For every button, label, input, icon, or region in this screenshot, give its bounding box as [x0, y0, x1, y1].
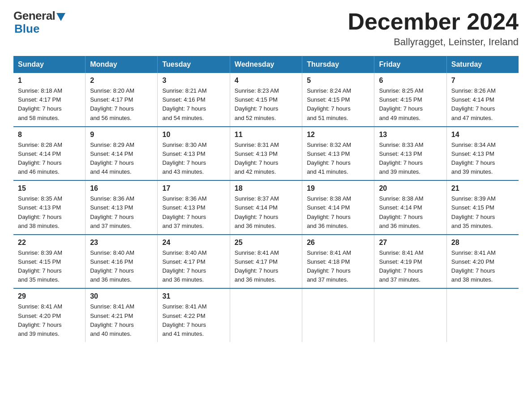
day-number: 28 — [451, 239, 514, 247]
day-number: 12 — [307, 131, 369, 139]
calendar-cell: 18Sunrise: 8:37 AM Sunset: 4:14 PM Dayli… — [230, 180, 302, 235]
day-number: 23 — [90, 239, 153, 247]
day-info: Sunrise: 8:41 AM Sunset: 4:17 PM Dayligh… — [235, 248, 297, 285]
calendar-cell: 3Sunrise: 8:21 AM Sunset: 4:16 PM Daylig… — [158, 73, 230, 127]
calendar-cell: 25Sunrise: 8:41 AM Sunset: 4:17 PM Dayli… — [230, 235, 302, 289]
day-info: Sunrise: 8:34 AM Sunset: 4:13 PM Dayligh… — [451, 141, 514, 177]
day-number: 20 — [379, 184, 442, 193]
day-number: 24 — [162, 239, 225, 247]
day-number: 10 — [162, 131, 225, 139]
calendar-week-row: 29Sunrise: 8:41 AM Sunset: 4:20 PM Dayli… — [13, 288, 519, 342]
day-info: Sunrise: 8:41 AM Sunset: 4:20 PM Dayligh… — [18, 302, 81, 338]
day-info: Sunrise: 8:20 AM Sunset: 4:17 PM Dayligh… — [90, 86, 153, 123]
day-number: 27 — [379, 239, 442, 247]
weekday-header: Sunday — [13, 56, 86, 73]
calendar-cell — [446, 288, 519, 342]
calendar-cell: 8Sunrise: 8:28 AM Sunset: 4:14 PM Daylig… — [13, 127, 86, 181]
calendar-cell: 26Sunrise: 8:41 AM Sunset: 4:18 PM Dayli… — [302, 235, 374, 289]
weekday-header: Friday — [374, 56, 446, 73]
day-info: Sunrise: 8:37 AM Sunset: 4:14 PM Dayligh… — [235, 194, 297, 231]
day-number: 14 — [451, 131, 514, 139]
day-number: 17 — [162, 184, 225, 193]
day-number: 6 — [379, 77, 442, 85]
calendar-cell: 10Sunrise: 8:30 AM Sunset: 4:13 PM Dayli… — [158, 127, 230, 181]
day-info: Sunrise: 8:40 AM Sunset: 4:17 PM Dayligh… — [162, 248, 225, 285]
calendar-cell: 2Sunrise: 8:20 AM Sunset: 4:17 PM Daylig… — [86, 73, 158, 127]
weekday-header: Thursday — [302, 56, 374, 73]
day-info: Sunrise: 8:36 AM Sunset: 4:13 PM Dayligh… — [162, 194, 225, 231]
day-info: Sunrise: 8:25 AM Sunset: 4:15 PM Dayligh… — [379, 86, 442, 123]
day-info: Sunrise: 8:41 AM Sunset: 4:18 PM Dayligh… — [307, 248, 369, 285]
page-header: General Blue December 2024 Ballyragget, … — [13, 9, 519, 48]
logo-arrow-icon — [56, 13, 65, 21]
calendar-cell: 23Sunrise: 8:40 AM Sunset: 4:16 PM Dayli… — [86, 235, 158, 289]
day-number: 11 — [235, 131, 297, 139]
logo-blue-text: Blue — [14, 22, 39, 36]
calendar-cell: 4Sunrise: 8:23 AM Sunset: 4:15 PM Daylig… — [230, 73, 302, 127]
day-info: Sunrise: 8:32 AM Sunset: 4:13 PM Dayligh… — [307, 141, 369, 177]
title-block: December 2024 Ballyragget, Leinster, Ire… — [348, 9, 519, 48]
day-info: Sunrise: 8:39 AM Sunset: 4:15 PM Dayligh… — [18, 248, 81, 285]
weekday-header: Wednesday — [230, 56, 302, 73]
day-number: 19 — [307, 184, 369, 193]
calendar-cell: 16Sunrise: 8:36 AM Sunset: 4:13 PM Dayli… — [86, 180, 158, 235]
day-info: Sunrise: 8:29 AM Sunset: 4:14 PM Dayligh… — [90, 141, 153, 177]
day-info: Sunrise: 8:21 AM Sunset: 4:16 PM Dayligh… — [162, 86, 225, 123]
day-number: 15 — [18, 184, 81, 193]
day-number: 7 — [451, 77, 514, 85]
day-info: Sunrise: 8:33 AM Sunset: 4:13 PM Dayligh… — [379, 141, 442, 177]
calendar-cell: 30Sunrise: 8:41 AM Sunset: 4:21 PM Dayli… — [86, 288, 158, 342]
day-number: 13 — [379, 131, 442, 139]
weekday-header: Saturday — [446, 56, 519, 73]
day-info: Sunrise: 8:41 AM Sunset: 4:22 PM Dayligh… — [162, 302, 225, 338]
weekday-header: Monday — [86, 56, 158, 73]
day-info: Sunrise: 8:30 AM Sunset: 4:13 PM Dayligh… — [162, 141, 225, 177]
day-number: 1 — [18, 77, 81, 85]
calendar-cell: 12Sunrise: 8:32 AM Sunset: 4:13 PM Dayli… — [302, 127, 374, 181]
day-info: Sunrise: 8:40 AM Sunset: 4:16 PM Dayligh… — [90, 248, 153, 285]
day-info: Sunrise: 8:23 AM Sunset: 4:15 PM Dayligh… — [235, 86, 297, 123]
day-number: 2 — [90, 77, 153, 85]
day-info: Sunrise: 8:28 AM Sunset: 4:14 PM Dayligh… — [18, 141, 81, 177]
day-number: 4 — [235, 77, 297, 85]
calendar-cell — [374, 288, 446, 342]
day-number: 3 — [162, 77, 225, 85]
calendar-cell: 1Sunrise: 8:18 AM Sunset: 4:17 PM Daylig… — [13, 73, 86, 127]
day-number: 18 — [235, 184, 297, 193]
calendar-cell: 17Sunrise: 8:36 AM Sunset: 4:13 PM Dayli… — [158, 180, 230, 235]
day-info: Sunrise: 8:36 AM Sunset: 4:13 PM Dayligh… — [90, 194, 153, 231]
day-info: Sunrise: 8:39 AM Sunset: 4:15 PM Dayligh… — [451, 194, 514, 231]
calendar-cell: 20Sunrise: 8:38 AM Sunset: 4:14 PM Dayli… — [374, 180, 446, 235]
day-info: Sunrise: 8:38 AM Sunset: 4:14 PM Dayligh… — [307, 194, 369, 231]
day-info: Sunrise: 8:41 AM Sunset: 4:20 PM Dayligh… — [451, 248, 514, 285]
calendar-cell: 15Sunrise: 8:35 AM Sunset: 4:13 PM Dayli… — [13, 180, 86, 235]
day-info: Sunrise: 8:41 AM Sunset: 4:19 PM Dayligh… — [379, 248, 442, 285]
logo: General Blue — [13, 9, 65, 36]
day-number: 5 — [307, 77, 369, 85]
day-number: 25 — [235, 239, 297, 247]
calendar-week-row: 8Sunrise: 8:28 AM Sunset: 4:14 PM Daylig… — [13, 127, 519, 181]
calendar-week-row: 15Sunrise: 8:35 AM Sunset: 4:13 PM Dayli… — [13, 180, 519, 235]
day-number: 21 — [451, 184, 514, 193]
calendar-cell: 13Sunrise: 8:33 AM Sunset: 4:13 PM Dayli… — [374, 127, 446, 181]
main-title: December 2024 — [348, 9, 519, 34]
weekday-header: Tuesday — [158, 56, 230, 73]
calendar-cell: 29Sunrise: 8:41 AM Sunset: 4:20 PM Dayli… — [13, 288, 86, 342]
day-info: Sunrise: 8:24 AM Sunset: 4:15 PM Dayligh… — [307, 86, 369, 123]
day-info: Sunrise: 8:26 AM Sunset: 4:14 PM Dayligh… — [451, 86, 514, 123]
calendar-cell: 31Sunrise: 8:41 AM Sunset: 4:22 PM Dayli… — [158, 288, 230, 342]
calendar-cell: 24Sunrise: 8:40 AM Sunset: 4:17 PM Dayli… — [158, 235, 230, 289]
calendar-header-row: SundayMondayTuesdayWednesdayThursdayFrid… — [13, 56, 519, 73]
calendar-cell: 21Sunrise: 8:39 AM Sunset: 4:15 PM Dayli… — [446, 180, 519, 235]
calendar-cell: 11Sunrise: 8:31 AM Sunset: 4:13 PM Dayli… — [230, 127, 302, 181]
calendar-cell: 14Sunrise: 8:34 AM Sunset: 4:13 PM Dayli… — [446, 127, 519, 181]
calendar-cell — [230, 288, 302, 342]
calendar-cell: 28Sunrise: 8:41 AM Sunset: 4:20 PM Dayli… — [446, 235, 519, 289]
day-number: 29 — [18, 292, 81, 300]
calendar-week-row: 22Sunrise: 8:39 AM Sunset: 4:15 PM Dayli… — [13, 235, 519, 289]
calendar-cell — [302, 288, 374, 342]
day-number: 22 — [18, 239, 81, 247]
day-info: Sunrise: 8:38 AM Sunset: 4:14 PM Dayligh… — [379, 194, 442, 231]
calendar-week-row: 1Sunrise: 8:18 AM Sunset: 4:17 PM Daylig… — [13, 73, 519, 127]
day-number: 26 — [307, 239, 369, 247]
